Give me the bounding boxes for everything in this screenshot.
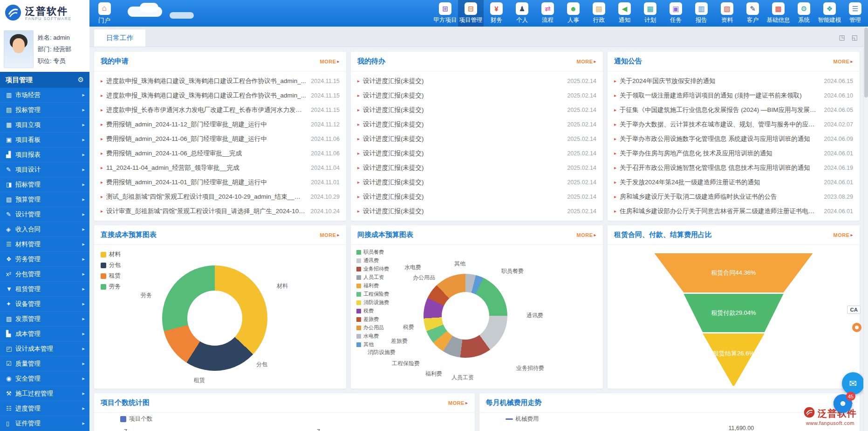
more-button[interactable]: MORE [833,59,853,64]
sidebar-menu-item[interactable]: ▙ 成本管理 [0,327,89,341]
list-item[interactable]: 设计进度汇报(未提交) 2025.02.14 [357,175,596,189]
legend-item[interactable]: 分包 [101,261,121,269]
list-item[interactable]: 关于举办市政公用设施数字化管理信息 系统建设与应用培训班的通知 2024.06.… [614,132,853,146]
list-item[interactable]: 于征集《中国建筑施工行业信息化发展报告 (2024) —BIM应用与发展》材料.… [614,103,853,117]
sidebar-menu-item[interactable]: ◰ 设计成本管理 [0,341,89,356]
list-item[interactable]: 设计进度汇报(未提交) 2025.02.14 [357,132,596,146]
top-nav-item[interactable]: ◀ 通知 [612,0,637,27]
sidebar-menu-item[interactable]: ⚒ 施工过程管理 [0,386,89,401]
sidebar-menu-item[interactable]: ✎ 项目设计 [0,162,89,177]
list-item[interactable]: 关于发放2024年第24批一级建造师注册证书的通知 2024.06.01 [614,175,853,189]
sidebar-menu-item[interactable]: ▧ 预算管理 [0,192,89,207]
top-nav-item[interactable]: ▥ 报告 [689,0,714,27]
top-nav-item[interactable]: ▦ 计划 [637,0,663,27]
list-item[interactable]: 测试_彭祖新城"四馆"景观工程设计项目_2024-10-29_admin_结束_… [101,189,340,204]
sidebar-menu-item[interactable]: x² 分包管理 [0,267,89,282]
top-nav-item[interactable]: ☻ 人事 [560,0,586,27]
list-item[interactable]: 设计进度汇报(未提交) 2025.02.14 [357,88,596,103]
legend-item[interactable]: 通讯费 [356,257,389,264]
user-avatar[interactable] [4,30,34,68]
sidebar-menu-item[interactable]: ☰ 材料管理 [0,237,89,252]
more-button[interactable]: MORE [320,59,340,64]
fullscreen-icon[interactable]: ◱ [852,34,858,41]
list-item[interactable]: 设计进度汇报(未提交) 2025.02.14 [357,146,596,160]
legend-item[interactable]: 水电费 [356,333,389,340]
list-item[interactable]: 设计进度汇报(未提交) 2025.02.14 [357,204,596,218]
shortcut-icon[interactable]: ◳ [839,34,845,41]
list-item[interactable]: 关于领取一级注册建造师培训项目的通知 (须持一建证书前来领取) 2024.06.… [614,88,853,103]
legend-item[interactable]: 福利费 [356,282,389,289]
legend-item[interactable]: 劳务 [101,283,121,291]
legend-item[interactable]: 差旅费 [356,316,389,323]
list-item[interactable]: 11_2024-11-04_admin_经营部_领导审批__完成 2024.11… [101,160,340,175]
list-item[interactable]: 设计进度汇报(未提交) 2025.02.14 [357,189,596,204]
more-button[interactable]: MORE [833,232,853,238]
ca-login-button[interactable]: CA [847,306,861,314]
legend-item[interactable]: 租赁 [101,272,121,280]
top-nav-item[interactable]: ⚙ 系统 [791,0,817,27]
top-nav-item[interactable]: ▧ 资料 [714,0,740,27]
legend-item[interactable]: 人员工资 [356,274,389,281]
legend-item[interactable]: 办公用品 [356,324,389,331]
list-item[interactable]: 关于举办大数据、云计算技术在城市建设、规划、管理与服务中的应用培训班... 20… [614,117,853,132]
sidebar-menu-item[interactable]: ▣ 项目看板 [0,132,89,147]
legend-item[interactable]: 其他 [356,341,389,348]
message-button[interactable]: ✉ [842,372,864,395]
legend-item[interactable]: 业务招待费 [356,265,389,272]
list-item[interactable]: 进度款申报_珠海鹤港口建设_珠海鹤港口建设工程合作协议书_admin_... 2… [101,88,340,103]
top-nav-item[interactable]: ⇄ 流程 [535,0,560,27]
list-item[interactable]: 设计进度汇报(未提交) 2025.02.14 [357,74,596,88]
indirect-cost-donut[interactable] [424,274,507,358]
sidebar-menu-item[interactable]: ◈ 收入合同 [0,222,89,237]
sidebar-menu-item[interactable]: ◉ 安全管理 [0,371,89,386]
list-item[interactable]: 关于召开市政公用设施智慧化管理信息 信息技术与应用培训班的通知 2024.06.… [614,160,853,175]
scrollbar-thumb[interactable] [864,28,868,97]
list-item[interactable]: 费用报销_admin_2024-11-06_总经理审批__完成 2024.11.… [101,146,340,160]
app-logo[interactable]: 泛普软件 FANPU SOFTWARE [0,0,89,27]
legend-item[interactable]: 工程保险费 [356,291,389,298]
list-item[interactable]: 关于2024年国庆节放假安排的通知 2024.06.15 [614,74,853,88]
sidebar-menu-item[interactable]: ❖ 劳务管理 [0,252,89,267]
sidebar-menu-item[interactable]: ✦ 设备管理 [0,297,89,312]
top-nav-item[interactable]: ⊟ 项目管理 [458,0,484,27]
sidebar-menu-item[interactable]: ▨ 发票管理 [0,312,89,327]
quick-tool-button[interactable] [852,323,861,332]
list-item[interactable]: 设计进度汇报(未提交) 2025.02.14 [357,117,596,132]
gear-icon[interactable]: ⚙ [78,76,84,84]
customer-service-button[interactable]: ☻ 45 [834,394,852,413]
direct-cost-donut[interactable] [162,265,267,371]
sidebar-menu-item[interactable]: ✎ 设计管理 [0,207,89,222]
top-nav-item[interactable]: ♟ 个人 [509,0,535,27]
tab-daily-work[interactable]: 日常工作 [94,29,145,47]
top-nav-item[interactable]: ☰ 管理 [842,0,868,27]
list-item[interactable]: 设计进度汇报(未提交) 2025.02.14 [357,103,596,117]
sidebar-menu-item[interactable]: ▟ 项目报表 [0,147,89,162]
top-nav-item[interactable]: ⊞ 甲方项目 [432,0,458,27]
legend-item[interactable]: 消防设施费 [356,299,389,306]
list-item[interactable]: 进度款申报_珠海鹤港口建设_珠海鹤港口建设工程合作协议书_admin_... 2… [101,74,340,88]
list-item[interactable]: 设计审查_彭祖新城"四馆"景观工程设计项目_请选择_胡广生_2024-10-2.… [101,204,340,218]
top-nav-item[interactable]: ✎ 客户 [740,0,765,27]
sidebar-menu-item[interactable]: ▼ 租赁管理 [0,282,89,297]
sidebar-menu-item[interactable]: ▦ 项目立项 [0,118,89,132]
funnel-layer[interactable]: 租赁结算26.6% [655,334,813,386]
list-item[interactable]: 费用报销_admin_2024-11-01_部门经理审批_胡建_运行中 2024… [101,175,340,189]
chart-legend[interactable]: 项目个数 [120,415,152,423]
legend-item[interactable]: 材料 [101,250,121,258]
list-item[interactable]: 关于举办住房与房地产信息化 技术及应用培训班的通知 2024.06.01 [614,146,853,160]
list-item[interactable]: 进度款申报_长春市伊通河水力发电厂改建工程_长春市伊通河水力发电... 2024… [101,103,340,117]
list-item[interactable]: 住房和城乡建设部办公厅关于同意吉林省开展二级建造师注册证书电子化试点... 20… [614,204,853,218]
sidebar-menu-item[interactable]: ☷ 进度管理 [0,401,89,416]
sidebar-menu-item[interactable]: ▯ 证件管理 [0,416,89,431]
list-item[interactable]: 费用报销_admin_2024-11-12_部门经理审批_胡建_运行中 2024… [101,117,340,132]
list-item[interactable]: 设计进度汇报(未提交) 2025.02.14 [357,160,596,175]
sidebar-menu-item[interactable]: ▥ 市场经营 [0,88,89,103]
top-nav-item[interactable]: ▣ 任务 [663,0,689,27]
legend-item[interactable]: 职员餐费 [356,249,389,256]
funnel-layer[interactable]: 租赁付款29.04% [655,294,813,332]
list-item[interactable]: 费用报销_admin_2024-11-06_部门经理审批_胡建_运行中 2024… [101,132,340,146]
vertical-scrollbar[interactable] [863,27,868,431]
more-button[interactable]: MORE [576,59,596,64]
chart-legend[interactable]: 机械费用 [506,415,539,423]
top-nav-item[interactable]: ¥ 财务 [484,0,509,27]
